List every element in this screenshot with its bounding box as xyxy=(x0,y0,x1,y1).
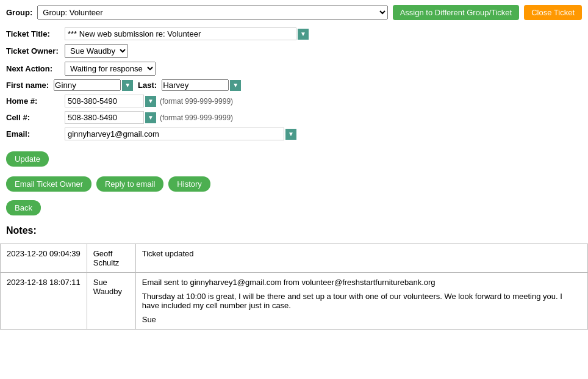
last-name-icon[interactable]: ▼ xyxy=(230,80,241,91)
next-action-row: Next Action: Waiting for response xyxy=(6,62,582,76)
ticket-title-input[interactable] xyxy=(65,27,296,40)
home-phone-format: (format 999-999-9999) xyxy=(160,97,233,106)
cell-phone-row: Cell #: ▼ (format 999-999-9999) xyxy=(6,111,582,124)
note-content: Ticket updated xyxy=(135,244,587,273)
action-buttons: Email Ticket Owner Reply to email Histor… xyxy=(0,171,588,197)
update-button[interactable]: Update xyxy=(6,151,49,167)
note-author: Sue Waudby xyxy=(87,273,135,330)
ticket-title-icon[interactable]: ▼ xyxy=(298,29,309,40)
email-label: Email: xyxy=(6,129,61,139)
notes-title: Notes: xyxy=(0,219,588,240)
table-row: 2023-12-18 18:07:11Sue WaudbyEmail sent … xyxy=(1,273,588,330)
note-date: 2023-12-20 09:04:39 xyxy=(1,244,87,273)
ticket-owner-label: Ticket Owner: xyxy=(6,46,61,56)
group-select[interactable]: Group: Volunteer xyxy=(37,5,387,20)
last-name-input[interactable] xyxy=(162,79,229,91)
note-author: Geoff Schultz xyxy=(87,244,135,273)
ticket-title-row: Ticket Title: ▼ xyxy=(6,27,582,40)
cell-phone-input[interactable] xyxy=(65,111,144,124)
form-section: Ticket Title: ▼ Ticket Owner: Sue Waudby… xyxy=(0,25,588,146)
ticket-owner-select[interactable]: Sue Waudby xyxy=(65,44,128,58)
email-owner-button[interactable]: Email Ticket Owner xyxy=(6,176,91,192)
cell-phone-wrapper: ▼ xyxy=(65,111,156,124)
first-name-label: First name: xyxy=(6,81,49,90)
email-wrapper: ▼ xyxy=(65,128,296,140)
last-name-label: Last: xyxy=(138,81,157,90)
notes-table: 2023-12-20 09:04:39Geoff SchultzTicket u… xyxy=(0,244,588,330)
notes-section: Notes: 2023-12-20 09:04:39Geoff SchultzT… xyxy=(0,219,588,330)
first-name-input[interactable] xyxy=(54,79,121,91)
group-label: Group: xyxy=(6,8,32,17)
ticket-title-field-wrapper: ▼ xyxy=(65,27,309,40)
home-phone-label: Home #: xyxy=(6,96,61,106)
email-input[interactable] xyxy=(65,128,284,140)
cell-phone-label: Cell #: xyxy=(6,113,61,122)
back-button[interactable]: Back xyxy=(6,200,41,215)
reply-email-button[interactable]: Reply to email xyxy=(96,176,163,192)
email-icon[interactable]: ▼ xyxy=(285,129,296,140)
cell-phone-icon[interactable]: ▼ xyxy=(145,112,156,123)
ticket-owner-row: Ticket Owner: Sue Waudby xyxy=(6,44,582,58)
top-bar: Group: Group: Volunteer Assign to Differ… xyxy=(0,0,588,25)
table-row: 2023-12-20 09:04:39Geoff SchultzTicket u… xyxy=(1,244,588,273)
email-row: Email: ▼ xyxy=(6,128,582,140)
last-name-wrapper: ▼ xyxy=(162,79,241,91)
name-row: First name: ▼ Last: ▼ xyxy=(6,79,582,91)
home-phone-wrapper: ▼ xyxy=(65,95,156,107)
first-name-wrapper: ▼ xyxy=(54,79,133,91)
cell-phone-format: (format 999-999-9999) xyxy=(160,114,233,122)
close-ticket-button[interactable]: Close Ticket xyxy=(524,5,582,20)
first-name-icon[interactable]: ▼ xyxy=(122,80,133,91)
note-date: 2023-12-18 18:07:11 xyxy=(1,273,87,330)
home-phone-icon[interactable]: ▼ xyxy=(145,96,156,107)
note-content: Email sent to ginnyharvey1@gmail.com fro… xyxy=(135,273,587,330)
next-action-select[interactable]: Waiting for response xyxy=(65,62,156,76)
next-action-label: Next Action: xyxy=(6,64,61,73)
assign-button[interactable]: Assign to Different Group/Ticket xyxy=(393,5,520,20)
history-button[interactable]: History xyxy=(168,176,210,192)
ticket-title-label: Ticket Title: xyxy=(6,29,61,38)
home-phone-input[interactable] xyxy=(65,95,144,107)
home-phone-row: Home #: ▼ (format 999-999-9999) xyxy=(6,95,582,107)
